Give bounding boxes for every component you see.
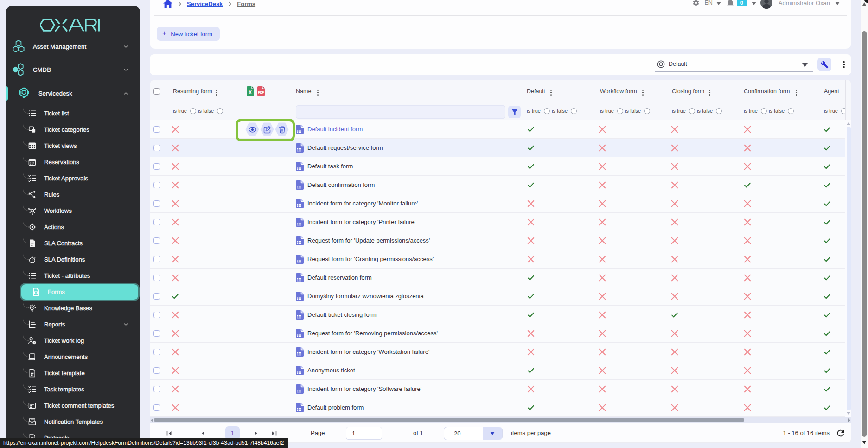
row-name[interactable]: Default ticket closing form (307, 306, 377, 324)
sidebar-item-ticket-approvals[interactable]: Ticket Approvals (6, 170, 140, 186)
row-checkbox[interactable] (153, 367, 160, 374)
sidebar-item-announcements[interactable]: Announcements (6, 349, 140, 365)
horizontal-scroll-thumb[interactable] (154, 418, 744, 422)
home-icon[interactable] (163, 0, 172, 8)
sidebar-item-cmdb[interactable]: CMDB (6, 62, 140, 77)
page-number-input[interactable] (346, 427, 382, 440)
sidebar-item-knowledge-bases[interactable]: Knowledge Bases (6, 300, 140, 316)
table-row[interactable]: Default incident form (150, 120, 845, 139)
table-row[interactable]: Default request/service form (150, 139, 845, 157)
column-header-resuming[interactable]: Resuming form (173, 80, 212, 102)
row-checkbox[interactable] (153, 293, 160, 300)
row-name[interactable]: Default request/service form (307, 139, 383, 157)
sidebar-item-ticket-list[interactable]: Ticket list (6, 105, 140, 122)
row-checkbox[interactable] (153, 126, 160, 133)
sidebar-item-ticket-attributes[interactable]: Ticket - attributes (6, 268, 140, 284)
row-name[interactable]: Incident form for category 'Workstation … (307, 343, 429, 361)
table-row[interactable]: Default confirmation form (150, 176, 845, 194)
sidebar-item-sla-contracts[interactable]: SLA Contracts (6, 235, 140, 251)
toolbar-menu-button[interactable] (838, 58, 850, 70)
sidebar-item-rules[interactable]: Rules (6, 186, 140, 203)
name-filter-input[interactable] (296, 105, 505, 119)
filter-is-true-radio[interactable] (190, 108, 196, 114)
row-checkbox[interactable] (153, 256, 160, 262)
row-name[interactable]: Incident form for category 'Software fai… (307, 380, 421, 398)
row-checkbox[interactable] (153, 312, 160, 318)
row-name[interactable]: Default task form (307, 157, 353, 176)
browser-scrollbar[interactable] (861, 0, 868, 448)
filter-is-true-radio[interactable] (617, 108, 623, 114)
sidebar-item-ticket-template[interactable]: Ticket template (6, 365, 140, 381)
sidebar-item-sla-definitions[interactable]: SLA Definitions (6, 251, 140, 268)
filter-is-false-radio[interactable] (217, 108, 223, 114)
row-checkbox[interactable] (153, 330, 160, 337)
row-checkbox[interactable] (153, 349, 160, 355)
filter-is-false-radio[interactable] (644, 108, 650, 114)
filter-is-true-radio[interactable] (544, 108, 550, 114)
chevron-down-icon[interactable] (716, 0, 721, 7)
grid-vertical-scrollbar[interactable] (845, 120, 851, 417)
settings-gear-icon[interactable] (692, 0, 700, 6)
scroll-right-arrow-icon[interactable] (848, 418, 850, 422)
row-name[interactable]: Incident form for category 'Printer fail… (307, 213, 415, 231)
row-name-link[interactable]: Default incident form (307, 120, 363, 139)
sidebar-item-servicedesk[interactable]: Servicedesk (6, 85, 140, 101)
table-row[interactable]: Default task form (150, 157, 845, 176)
view-selector[interactable]: Default (655, 58, 813, 72)
table-row[interactable]: Incident form for category 'Printer fail… (150, 213, 845, 231)
table-row[interactable]: Default reservation form (150, 269, 845, 287)
scroll-down-arrow-icon[interactable] (862, 441, 866, 444)
table-row[interactable]: Default problem form (150, 398, 845, 417)
filter-is-true-radio[interactable] (689, 108, 695, 114)
new-ticket-form-button[interactable]: + New ticket form (157, 27, 220, 41)
row-checkbox[interactable] (153, 404, 160, 411)
row-name[interactable]: Default reservation form (307, 269, 372, 287)
table-row[interactable]: Incident form for category 'Software fai… (150, 380, 845, 398)
table-row[interactable]: Incident form for category 'Workstation … (150, 343, 845, 361)
table-row[interactable]: Default ticket closing form (150, 306, 845, 324)
user-avatar[interactable] (760, 0, 772, 9)
notification-count-badge[interactable]: 0 (737, 0, 747, 6)
pdf-export-icon[interactable]: PDF (257, 86, 265, 96)
column-header-agent[interactable]: Agent (824, 80, 839, 102)
sidebar-item-task-templates[interactable]: Task templates (6, 381, 140, 397)
row-checkbox[interactable] (153, 200, 160, 207)
scroll-up-arrow-icon[interactable] (862, 2, 866, 6)
user-name[interactable]: Administrator Oxari (779, 0, 830, 6)
row-name[interactable]: Request form for 'Update permissions/acc… (307, 231, 430, 250)
language-selector[interactable]: EN (704, 0, 712, 6)
column-menu-resuming[interactable] (216, 88, 217, 96)
sidebar-item-ticket-views[interactable]: Ticket views (6, 138, 140, 154)
refresh-button[interactable] (836, 428, 846, 438)
sidebar-item-workflows[interactable]: Workflows (6, 203, 140, 219)
scroll-down-arrow-icon[interactable] (847, 412, 850, 415)
scroll-up-arrow-icon[interactable] (847, 122, 850, 125)
filter-funnel-button[interactable] (508, 106, 521, 118)
row-name[interactable]: Request form for 'Granting permissions/a… (307, 250, 434, 269)
table-row[interactable]: Incident form for category 'Monitor fail… (150, 194, 845, 213)
column-menu-default[interactable] (550, 88, 552, 96)
sidebar-item-ticket-work-log[interactable]: Ticket work log (6, 333, 140, 349)
sidebar-item-forms[interactable]: Forms (6, 284, 140, 300)
delete-button[interactable] (275, 122, 289, 136)
sidebar-item-notification-templates[interactable]: Notification Templates (6, 414, 140, 430)
scrollbar-thumb[interactable] (862, 31, 867, 437)
sidebar-item-ticket-categories[interactable]: Ticket categories (6, 122, 140, 138)
column-menu-closing[interactable] (709, 88, 710, 96)
excel-export-icon[interactable]: X (247, 86, 254, 96)
filter-is-true-radio[interactable] (841, 108, 845, 114)
row-name[interactable]: Incident form for category 'Monitor fail… (307, 194, 418, 213)
grid-settings-button[interactable] (817, 58, 831, 71)
chevron-down-icon[interactable] (835, 0, 840, 7)
scroll-left-arrow-icon[interactable] (151, 418, 153, 422)
row-checkbox[interactable] (153, 145, 160, 151)
table-row[interactable]: Domyślny formularz wznowienia zgłoszenia (150, 287, 845, 306)
column-header-workflow[interactable]: Workflow form (600, 80, 637, 102)
filter-is-false-radio[interactable] (788, 108, 794, 114)
grid-horizontal-scrollbar[interactable] (150, 417, 851, 423)
table-row[interactable]: Request form for 'Removing permissions/a… (150, 324, 845, 343)
sidebar-item-reports[interactable]: Reports (6, 316, 140, 333)
column-menu-name[interactable] (317, 88, 319, 96)
sidebar-item-actions[interactable]: Actions (6, 219, 140, 235)
column-header-name[interactable]: Name (296, 80, 311, 102)
